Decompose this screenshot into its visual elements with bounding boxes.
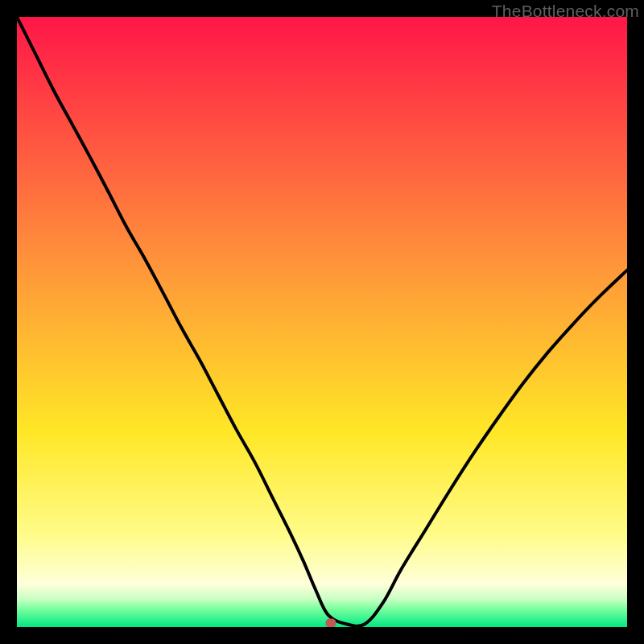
watermark-label: TheBottleneck.com (492, 2, 639, 21)
gradient-background (17, 17, 627, 627)
plot-svg (17, 17, 627, 627)
plot-area (17, 17, 627, 627)
optimal-point-marker (326, 619, 336, 627)
chart-frame: TheBottleneck.com (0, 0, 644, 644)
